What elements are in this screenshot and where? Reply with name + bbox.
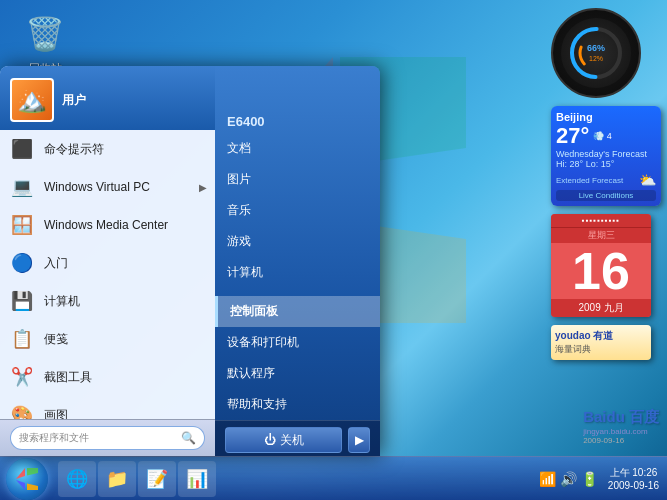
user-avatar: 🏔️ bbox=[10, 78, 54, 122]
taskbar-word[interactable]: 📝 bbox=[138, 461, 176, 497]
cal-day-number: 16 bbox=[551, 243, 651, 299]
right-item-mypc[interactable]: 计算机 bbox=[215, 257, 380, 288]
start-menu-left-panel: 🏔️ 用户 ⬛ 命令提示符 💻 Windows Virtual PC ▶ 🪟 W… bbox=[0, 66, 215, 456]
right-item-defaults[interactable]: 默认程序 bbox=[215, 358, 380, 389]
menu-item-snip[interactable]: ✂️ 截图工具 bbox=[0, 358, 215, 396]
wmc-label: Windows Media Center bbox=[44, 218, 207, 232]
right-item-pics[interactable]: 图片 bbox=[215, 164, 380, 195]
menu-item-briefcase[interactable]: 📋 便笺 bbox=[0, 320, 215, 358]
taskbar-right: 📶 🔊 🔋 上午 10:26 2009-09-16 bbox=[527, 466, 667, 491]
recycle-bin-icon: 🗑️ bbox=[21, 10, 69, 58]
user-name: 用户 bbox=[62, 92, 86, 109]
start-button[interactable] bbox=[0, 457, 54, 501]
baidu-logo-area: Baidu 百度 jingyan.baidu.com 2009-09-16 bbox=[583, 408, 659, 445]
baidu-logo-text: Baidu 百度 bbox=[583, 408, 659, 427]
taskbar-items: 🌐 📁 📝 📊 bbox=[54, 457, 527, 500]
youdao-widget[interactable]: youdao 有道 海量词典 bbox=[551, 325, 651, 360]
taskbar-excel[interactable]: 📊 bbox=[178, 461, 216, 497]
start-programs-list: ⬛ 命令提示符 💻 Windows Virtual PC ▶ 🪟 Windows… bbox=[0, 130, 215, 419]
ie-icon: 🌐 bbox=[66, 468, 88, 490]
weather-widget[interactable]: Beijing 27° 💨 4 Wednesday's Forecast Hi:… bbox=[551, 106, 661, 206]
computer-label: 计算机 bbox=[44, 293, 207, 310]
shutdown-button[interactable]: ⏻ 关机 bbox=[225, 427, 342, 453]
wmc-icon: 🪟 bbox=[8, 211, 36, 239]
tray-battery-icon: 🔋 bbox=[581, 471, 598, 487]
start-menu: 🏔️ 用户 ⬛ 命令提示符 💻 Windows Virtual PC ▶ 🪟 W… bbox=[0, 66, 380, 456]
help-label: 帮助和支持 bbox=[227, 396, 287, 413]
right-item-music[interactable]: 音乐 bbox=[215, 195, 380, 226]
computer-icon: 💾 bbox=[8, 287, 36, 315]
weather-forecast-label: Wednesday's Forecast bbox=[556, 149, 656, 159]
desktop: 🗑️ 回收站 66% 12% Beijing 27° 💨 4 bbox=[0, 0, 667, 500]
tray-icons: 📶 🔊 🔋 bbox=[535, 471, 602, 487]
right-item-docs[interactable]: 文档 bbox=[215, 133, 380, 164]
right-item-help[interactable]: 帮助和支持 bbox=[215, 389, 380, 420]
right-item-cpanel[interactable]: 控制面板 bbox=[215, 296, 380, 327]
mypc-label: 计算机 bbox=[227, 264, 263, 281]
shutdown-area: ⏻ 关机 ▶ bbox=[215, 420, 380, 456]
search-box[interactable]: 搜索程序和文件 🔍 bbox=[10, 426, 205, 450]
gauge-inner: 66% 12% bbox=[561, 18, 631, 88]
svg-text:66%: 66% bbox=[587, 43, 605, 53]
right-item-games[interactable]: 游戏 bbox=[215, 226, 380, 257]
svg-text:12%: 12% bbox=[589, 55, 603, 62]
clock-time: 上午 10:26 bbox=[610, 466, 658, 480]
calendar-widget: ▪▪▪▪▪▪▪▪▪▪ 星期三 16 2009 九月 bbox=[551, 214, 651, 317]
tray-volume-icon: 🔊 bbox=[560, 471, 577, 487]
weather-icon: ⛅ bbox=[639, 172, 656, 188]
weather-extended: Extended Forecast bbox=[556, 176, 623, 185]
menu-item-wmc[interactable]: 🪟 Windows Media Center bbox=[0, 206, 215, 244]
search-placeholder: 搜索程序和文件 bbox=[19, 431, 181, 445]
cpanel-label: 控制面板 bbox=[230, 303, 278, 320]
music-label: 音乐 bbox=[227, 202, 251, 219]
vpc-icon: 💻 bbox=[8, 173, 36, 201]
vpc-label: Windows Virtual PC bbox=[44, 180, 191, 194]
docs-label: 文档 bbox=[227, 140, 251, 157]
snip-icon: ✂️ bbox=[8, 363, 36, 391]
intro-icon: 🔵 bbox=[8, 249, 36, 277]
cmd-label: 命令提示符 bbox=[44, 141, 207, 158]
menu-item-paint[interactable]: 🎨 画图 bbox=[0, 396, 215, 419]
shutdown-icon: ⏻ bbox=[264, 433, 276, 447]
menu-item-intro[interactable]: 🔵 入门 bbox=[0, 244, 215, 282]
username-display: E6400 bbox=[215, 106, 380, 133]
start-search-area: 搜索程序和文件 🔍 bbox=[0, 419, 215, 456]
cal-header: ▪▪▪▪▪▪▪▪▪▪ bbox=[551, 214, 651, 228]
right-item-devices[interactable]: 设备和打印机 bbox=[215, 327, 380, 358]
taskbar-ie[interactable]: 🌐 bbox=[58, 461, 96, 497]
start-menu-right-panel: E6400 文档 图片 音乐 游戏 计算机 控制面板 设备和打印机 bbox=[215, 66, 380, 456]
folder-icon: 📁 bbox=[106, 468, 128, 490]
start-menu-user-area: 🏔️ 用户 bbox=[0, 66, 215, 130]
games-label: 游戏 bbox=[227, 233, 251, 250]
excel-icon: 📊 bbox=[186, 468, 208, 490]
snip-label: 截图工具 bbox=[44, 369, 207, 386]
datetime-bottom: 2009-09-16 bbox=[583, 436, 659, 445]
weather-wind: 💨 4 bbox=[593, 131, 612, 141]
shutdown-arrow-button[interactable]: ▶ bbox=[348, 427, 370, 453]
search-icon: 🔍 bbox=[181, 431, 196, 445]
menu-item-computer[interactable]: 💾 计算机 bbox=[0, 282, 215, 320]
system-clock[interactable]: 上午 10:26 2009-09-16 bbox=[608, 466, 659, 491]
taskbar: 🌐 📁 📝 📊 📶 🔊 🔋 上午 10:26 2009-09-16 bbox=[0, 456, 667, 500]
devices-label: 设备和打印机 bbox=[227, 334, 299, 351]
taskbar-folder[interactable]: 📁 bbox=[98, 461, 136, 497]
menu-item-cmd[interactable]: ⬛ 命令提示符 bbox=[0, 130, 215, 168]
clock-date: 2009-09-16 bbox=[608, 480, 659, 491]
start-orb bbox=[6, 458, 48, 500]
cal-weekday: 星期三 bbox=[551, 228, 651, 243]
defaults-label: 默认程序 bbox=[227, 365, 275, 382]
baidu-url: jingyan.baidu.com bbox=[583, 427, 659, 436]
pics-label: 图片 bbox=[227, 171, 251, 188]
weather-city: Beijing bbox=[556, 111, 656, 123]
word-icon: 📝 bbox=[146, 468, 168, 490]
menu-item-vpc[interactable]: 💻 Windows Virtual PC ▶ bbox=[0, 168, 215, 206]
cal-year-month: 2009 九月 bbox=[551, 299, 651, 317]
weather-hi-lo: Hi: 28° Lo: 15° bbox=[556, 159, 656, 169]
youdao-brand: youdao 有道 bbox=[555, 329, 647, 343]
weather-live: Live Conditions bbox=[556, 190, 656, 201]
vpc-arrow-icon: ▶ bbox=[199, 182, 207, 193]
tray-network-icon: 📶 bbox=[539, 471, 556, 487]
youdao-desc: 海量词典 bbox=[555, 343, 647, 356]
cpu-gauge-widget: 66% 12% bbox=[551, 8, 641, 98]
briefcase-label: 便笺 bbox=[44, 331, 207, 348]
